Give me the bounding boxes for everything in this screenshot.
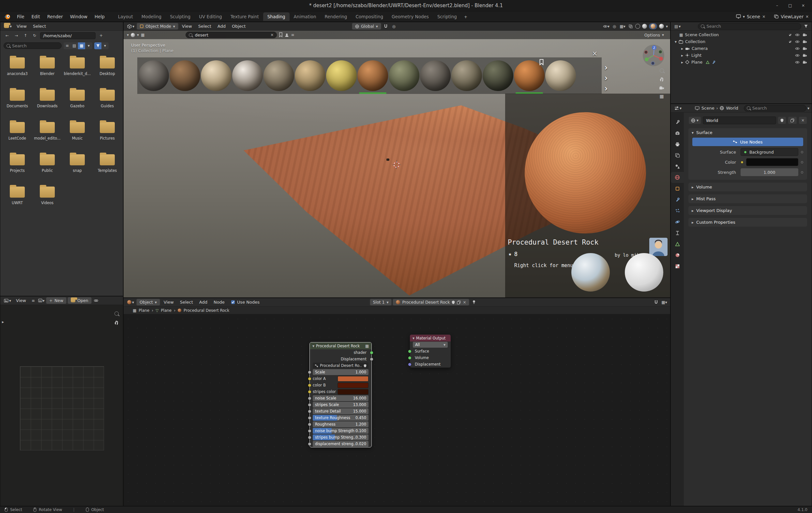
new-folder-button[interactable]: [97, 32, 105, 39]
param-slider[interactable]: noise Scale16.000: [313, 395, 369, 401]
decorator-dot[interactable]: [801, 151, 803, 153]
rendered-shading-button[interactable]: [659, 24, 664, 29]
mode-dropdown[interactable]: Object Mode: [137, 23, 178, 30]
color-swatch[interactable]: [338, 382, 369, 388]
hdri-asset-thumbnail[interactable]: [571, 253, 610, 291]
overlays-button[interactable]: [661, 299, 668, 306]
tree-row-camera[interactable]: Camera: [671, 45, 812, 52]
asset-search-field[interactable]: [185, 32, 277, 38]
shield-icon[interactable]: [452, 301, 455, 304]
shield-icon[interactable]: [364, 364, 367, 368]
tab-layout[interactable]: Layout: [114, 12, 137, 21]
outliner-filter-button[interactable]: [802, 23, 809, 30]
node-material-output[interactable]: Material Output All Surface Volume Displ…: [410, 334, 451, 368]
displacement-output-socket[interactable]: [370, 358, 373, 361]
editor-type-button[interactable]: [126, 24, 136, 29]
color-input-socket[interactable]: [308, 390, 312, 394]
clear-search-icon[interactable]: [270, 33, 273, 37]
asset-thumbnail[interactable]: [263, 60, 294, 91]
param-slider[interactable]: noise bump Strength0.100: [313, 428, 369, 434]
editor-type-button[interactable]: [673, 105, 683, 111]
folder-item[interactable]: UWRT: [2, 185, 32, 218]
bookmark-icon[interactable]: [279, 32, 283, 37]
folder-item[interactable]: Desktop: [92, 56, 122, 88]
breadcrumb-world[interactable]: World: [726, 106, 738, 111]
menu-view[interactable]: View: [13, 297, 29, 304]
minimize-button[interactable]: [772, 1, 782, 10]
folder-item[interactable]: Public: [32, 153, 62, 185]
forward-button[interactable]: [13, 32, 20, 39]
tab-view-layer[interactable]: [671, 150, 684, 161]
color-swatch[interactable]: [338, 376, 369, 381]
xray-button[interactable]: [627, 23, 634, 30]
new-image-button[interactable]: New: [46, 297, 66, 304]
toggle-grid-icon[interactable]: [659, 94, 664, 98]
asset-thumbnail[interactable]: [389, 60, 419, 91]
input-socket[interactable]: [308, 403, 312, 407]
hide-eye-icon[interactable]: [795, 47, 800, 50]
disclosure-icon[interactable]: [681, 47, 683, 51]
folder-item[interactable]: Projects: [2, 153, 32, 185]
menu-view[interactable]: View: [179, 23, 195, 29]
node-header[interactable]: Material Output: [410, 335, 451, 341]
asset-scroll-next-button[interactable]: [604, 73, 608, 83]
decorator-dot[interactable]: [801, 171, 803, 173]
snap-button[interactable]: [382, 23, 389, 30]
param-slider[interactable]: displacement streng...0.020: [313, 441, 369, 447]
shader-output-socket[interactable]: [370, 351, 373, 354]
editor-menus-button[interactable]: [30, 297, 37, 304]
filter-settings-button[interactable]: [102, 42, 109, 49]
tab-constraints[interactable]: [671, 227, 684, 238]
folder-item[interactable]: Templates: [92, 153, 122, 185]
menu-render[interactable]: Render: [44, 13, 66, 20]
fake-user-button[interactable]: [778, 116, 786, 124]
asset-thumbnail[interactable]: [451, 60, 482, 91]
param-slider[interactable]: stripes bump Streng...0.300: [313, 434, 369, 440]
plain-asset-thumbnail[interactable]: [625, 253, 663, 291]
tree-row-collection[interactable]: Collection: [671, 38, 812, 45]
folder-item[interactable]: Guides: [92, 88, 122, 121]
snap-button[interactable]: [652, 299, 660, 306]
asset-category-icon[interactable]: [141, 33, 144, 37]
unlink-scene-icon[interactable]: [762, 15, 765, 19]
surface-shader-dropdown[interactable]: Background: [741, 148, 798, 156]
asset-detail-overlay[interactable]: Procedural Desert Rock 8 by lo miky Righ…: [505, 94, 670, 298]
folder-item[interactable]: Videos: [32, 185, 62, 218]
breadcrumb-scene[interactable]: Scene: [701, 106, 715, 111]
search-field[interactable]: [4, 42, 62, 49]
strength-slider[interactable]: 1.000: [741, 168, 798, 176]
input-socket[interactable]: [308, 423, 312, 426]
editor-type-button[interactable]: [3, 24, 13, 29]
folder-item[interactable]: Gazebo: [62, 88, 92, 121]
horizontal-list-button[interactable]: [71, 42, 78, 49]
asset-thumbnail[interactable]: [483, 60, 513, 91]
custom-properties-panel[interactable]: Custom Properties: [688, 218, 807, 227]
disable-render-camera-icon[interactable]: [803, 40, 807, 44]
tab-rendering[interactable]: Rendering: [320, 12, 351, 21]
mist-pass-panel[interactable]: Mist Pass: [688, 194, 807, 203]
proportional-edit-button[interactable]: [390, 23, 398, 30]
blender-logo[interactable]: [3, 13, 11, 21]
color-swatch[interactable]: [338, 389, 369, 395]
outliner-search-field[interactable]: [698, 23, 801, 30]
camera-view-icon[interactable]: [659, 86, 664, 90]
wireframe-shading-button[interactable]: [635, 24, 640, 29]
tab-texture[interactable]: [671, 261, 684, 272]
asset-search-input[interactable]: [195, 33, 268, 37]
color-input-socket[interactable]: [308, 383, 312, 387]
display-settings-button[interactable]: [85, 42, 92, 49]
tab-output[interactable]: [671, 139, 684, 150]
path-field[interactable]: [40, 32, 95, 39]
surface-panel-header[interactable]: Surface: [688, 128, 807, 137]
input-socket[interactable]: [308, 409, 312, 413]
link-button[interactable]: [93, 297, 100, 304]
displacement-input-socket[interactable]: [408, 363, 411, 366]
tab-tool[interactable]: [671, 116, 684, 127]
object-visibility-button[interactable]: [603, 23, 610, 30]
hide-eye-icon[interactable]: [795, 61, 800, 64]
maximize-button[interactable]: [785, 1, 795, 10]
duplicate-icon[interactable]: [457, 301, 461, 304]
pan-hand-icon[interactable]: [114, 320, 119, 325]
asset-thumbnail[interactable]: [545, 60, 576, 91]
close-asset-bar-button[interactable]: [592, 50, 598, 57]
